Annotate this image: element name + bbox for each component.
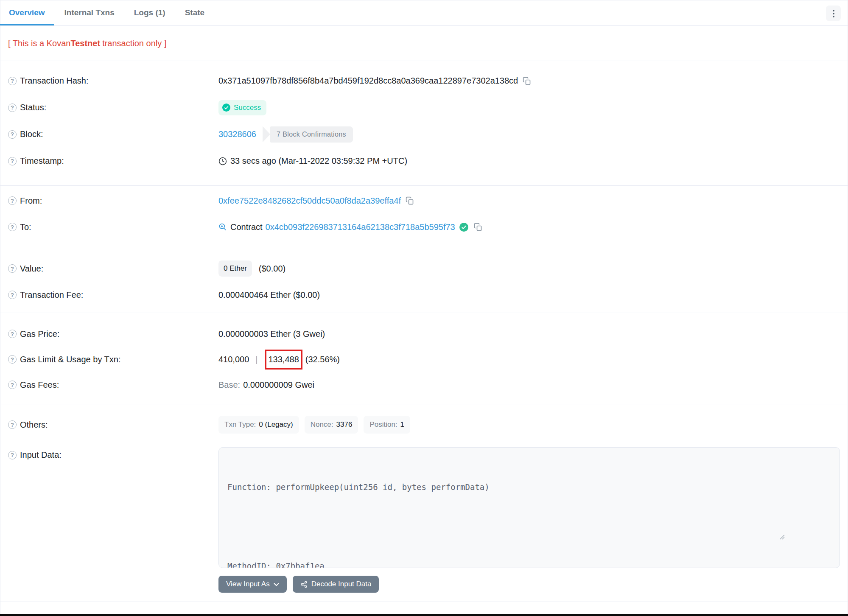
decode-input-data-label: Decode Input Data <box>311 580 372 588</box>
nonce-label: Nonce: <box>311 420 333 429</box>
verified-check-icon <box>459 223 468 232</box>
tab-overview[interactable]: Overview <box>0 0 54 25</box>
notice-pre: [ This is a Kovan <box>8 39 70 48</box>
help-icon[interactable]: ? <box>8 420 17 429</box>
help-icon[interactable]: ? <box>8 77 17 85</box>
testnet-notice: [ This is a Kovan Testnet transaction on… <box>0 26 848 61</box>
copy-icon <box>474 223 482 231</box>
notice-post: transaction only ] <box>102 39 166 48</box>
status-label: Status: <box>20 103 46 112</box>
copy-from-button[interactable] <box>406 196 414 205</box>
input-data-label: Input Data: <box>20 450 62 460</box>
help-icon[interactable]: ? <box>8 223 17 231</box>
gas-usage-annotation-box: 133,488 <box>265 350 302 370</box>
transaction-fee-value: 0.000400464 Ether ($0.00) <box>218 290 320 300</box>
help-icon[interactable]: ? <box>8 381 17 389</box>
transaction-hash-value: 0x371a51097fb78df856f8b4a7bd459f192d8cc8… <box>218 76 518 86</box>
kebab-menu-button[interactable] <box>826 6 841 21</box>
transaction-fee-label: Transaction Fee: <box>20 290 83 300</box>
position-value: 1 <box>400 420 404 429</box>
copy-icon <box>523 77 531 85</box>
transaction-detail-page: Overview Internal Txns Logs (1) State [ … <box>0 0 848 616</box>
view-input-as-button[interactable]: View Input As <box>218 576 287 593</box>
value-amount-pill: 0 Ether <box>218 260 252 277</box>
row-others: ? Others: Txn Type: 0 (Legacy) Nonce: 33… <box>8 412 840 438</box>
gas-price-value: 0.000000003 Ether (3 Gwei) <box>218 329 325 339</box>
gas-limit-value: 410,000 <box>218 355 249 364</box>
gas-fees-base-value: 0.000000009 Gwei <box>243 380 314 390</box>
resize-handle[interactable] <box>780 508 838 566</box>
help-icon[interactable]: ? <box>8 157 17 165</box>
contract-lookup-button[interactable] <box>218 223 227 231</box>
row-status: ? Status: Success <box>8 94 840 121</box>
from-label: From: <box>20 196 42 206</box>
value-label: Value: <box>20 264 43 274</box>
row-timestamp: ? Timestamp: 33 secs ago (Mar-11-2022 03… <box>8 148 840 174</box>
gas-usage-value: 133,488 <box>269 355 299 364</box>
gas-fees-base-label: Base: <box>218 380 240 390</box>
footer-edge <box>0 614 848 616</box>
status-badge: Success <box>218 100 266 115</box>
tab-internal-txns[interactable]: Internal Txns <box>56 0 123 25</box>
gas-fees-label: Gas Fees: <box>20 380 59 390</box>
decode-icon <box>300 581 308 588</box>
transaction-hash-label: Transaction Hash: <box>20 76 89 86</box>
row-transaction-fee: ? Transaction Fee: 0.000400464 Ether ($0… <box>8 282 840 308</box>
chevron-down-icon <box>274 582 279 586</box>
gas-limit-label: Gas Limit & Usage by Txn: <box>20 355 121 364</box>
help-icon[interactable]: ? <box>8 451 17 459</box>
txn-type-value: 0 (Legacy) <box>259 420 293 429</box>
input-blank-line <box>227 520 831 533</box>
txn-type-pill: Txn Type: 0 (Legacy) <box>218 416 299 434</box>
decode-input-data-button[interactable]: Decode Input Data <box>293 576 379 593</box>
row-gas-price: ? Gas Price: 0.000000003 Ether (3 Gwei) <box>8 321 840 347</box>
gas-usage-percent: (32.56%) <box>305 355 340 364</box>
copy-to-button[interactable] <box>474 223 482 231</box>
input-function-line: Function: performUpkeep(uint256 id, byte… <box>227 481 831 494</box>
section-value: ? Value: 0 Ether ($0.00) ? Transaction F… <box>0 253 848 313</box>
help-icon[interactable]: ? <box>8 264 17 273</box>
timestamp-value: 33 secs ago (Mar-11-2022 03:59:32 PM +UT… <box>230 156 407 166</box>
row-block: ? Block: 30328606 7 Block Confirmations <box>8 121 840 148</box>
input-actions: View Input As Decode Input Data <box>218 576 840 593</box>
help-icon[interactable]: ? <box>8 196 17 205</box>
row-gas-limit-usage: ? Gas Limit & Usage by Txn: 410,000 | 13… <box>8 347 840 372</box>
help-icon[interactable]: ? <box>8 355 17 364</box>
row-transaction-hash: ? Transaction Hash: 0x371a51097fb78df856… <box>8 67 840 94</box>
help-icon[interactable]: ? <box>8 330 17 338</box>
section-gas: ? Gas Price: 0.000000003 Ether (3 Gwei) … <box>0 313 848 404</box>
check-circle-icon <box>222 104 230 112</box>
gas-separator: | <box>255 355 257 364</box>
others-label: Others: <box>20 420 48 430</box>
row-to: ? To: Contract 0x4cb093f226983713164a621… <box>8 214 840 240</box>
to-address-link[interactable]: 0x4cb093f226983713164a62138c3f718a5b595f… <box>266 222 455 232</box>
tab-state[interactable]: State <box>176 0 213 25</box>
copy-icon <box>406 196 414 205</box>
section-summary: ? Transaction Hash: 0x371a51097fb78df856… <box>0 61 848 185</box>
txn-type-label: Txn Type: <box>224 420 256 429</box>
magnifier-plus-icon <box>218 223 227 231</box>
section-parties: ? From: 0xfee7522e8482682cf50ddc50a0f8da… <box>0 185 848 253</box>
timestamp-label: Timestamp: <box>20 156 64 166</box>
row-from: ? From: 0xfee7522e8482682cf50ddc50a0f8da… <box>8 188 840 214</box>
copy-hash-button[interactable] <box>523 77 531 85</box>
to-label: To: <box>20 222 31 232</box>
input-data-textarea[interactable]: Function: performUpkeep(uint256 id, byte… <box>218 447 840 568</box>
help-icon[interactable]: ? <box>8 104 17 112</box>
value-usd: ($0.00) <box>259 264 285 274</box>
position-label: Position: <box>369 420 397 429</box>
row-value: ? Value: 0 Ether ($0.00) <box>8 255 840 282</box>
to-contract-prefix: Contract <box>230 222 263 232</box>
from-address-link[interactable]: 0xfee7522e8482682cf50ddc50a0f8da2a39effa… <box>218 196 401 206</box>
row-input-data: ? Input Data: Function: performUpkeep(ui… <box>8 438 840 568</box>
status-text: Success <box>234 104 261 112</box>
position-pill: Position: 1 <box>364 416 410 434</box>
tab-logs[interactable]: Logs (1) <box>125 0 174 25</box>
help-icon[interactable]: ? <box>8 130 17 139</box>
nonce-pill: Nonce: 3376 <box>305 416 358 434</box>
clock-icon <box>218 157 227 165</box>
block-number-link[interactable]: 30328606 <box>218 129 256 139</box>
block-confirmations-chip: 7 Block Confirmations <box>270 126 353 143</box>
help-icon[interactable]: ? <box>8 291 17 299</box>
view-input-as-label: View Input As <box>226 580 270 588</box>
